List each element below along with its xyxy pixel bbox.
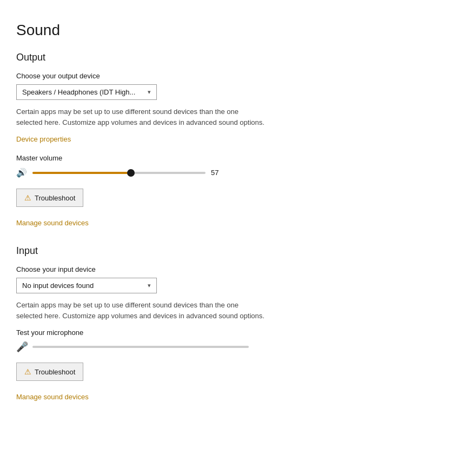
input-troubleshoot-label: Troubleshoot — [35, 368, 75, 376]
input-info-text: Certain apps may be set up to use differ… — [16, 300, 265, 321]
mic-row: 🎤 — [16, 341, 454, 353]
volume-slider[interactable] — [32, 172, 206, 174]
volume-slider-fill — [32, 172, 131, 174]
volume-value: 57 — [211, 169, 224, 177]
mic-level-bar — [32, 346, 249, 348]
warning-icon-input: ⚠ — [24, 367, 31, 376]
chevron-down-icon: ▾ — [148, 89, 151, 96]
output-troubleshoot-button[interactable]: ⚠ Troubleshoot — [16, 189, 83, 207]
input-troubleshoot-button[interactable]: ⚠ Troubleshoot — [16, 363, 83, 381]
master-volume-label: Master volume — [16, 154, 454, 162]
page-title: Sound — [16, 22, 454, 39]
input-device-value: No input devices found — [22, 281, 94, 290]
output-manage-link-container: Manage sound devices — [16, 217, 454, 229]
input-section: Input Choose your input device No input … — [16, 245, 454, 403]
input-device-label: Choose your input device — [16, 265, 454, 273]
output-info-text: Certain apps may be set up to use differ… — [16, 106, 265, 128]
input-device-dropdown[interactable]: No input devices found ▾ — [16, 278, 157, 293]
chevron-down-icon-input: ▾ — [148, 282, 151, 289]
output-device-value: Speakers / Headphones (IDT High... — [22, 88, 135, 96]
warning-icon: ⚠ — [24, 193, 31, 202]
output-section-title: Output — [16, 52, 454, 63]
volume-slider-thumb[interactable] — [127, 169, 135, 177]
test-mic-label: Test your microphone — [16, 328, 454, 337]
device-properties-link[interactable]: Device properties — [16, 135, 71, 143]
input-manage-sound-devices-link[interactable]: Manage sound devices — [16, 393, 89, 401]
input-section-title: Input — [16, 245, 454, 257]
output-device-label: Choose your output device — [16, 72, 454, 80]
microphone-icon: 🎤 — [16, 341, 28, 353]
input-manage-link-container: Manage sound devices — [16, 391, 454, 403]
volume-row: 🔊 57 — [16, 167, 454, 178]
output-device-dropdown[interactable]: Speakers / Headphones (IDT High... ▾ — [16, 84, 157, 100]
speaker-icon: 🔊 — [16, 167, 27, 178]
output-troubleshoot-label: Troubleshoot — [35, 194, 75, 202]
output-manage-sound-devices-link[interactable]: Manage sound devices — [16, 219, 89, 227]
